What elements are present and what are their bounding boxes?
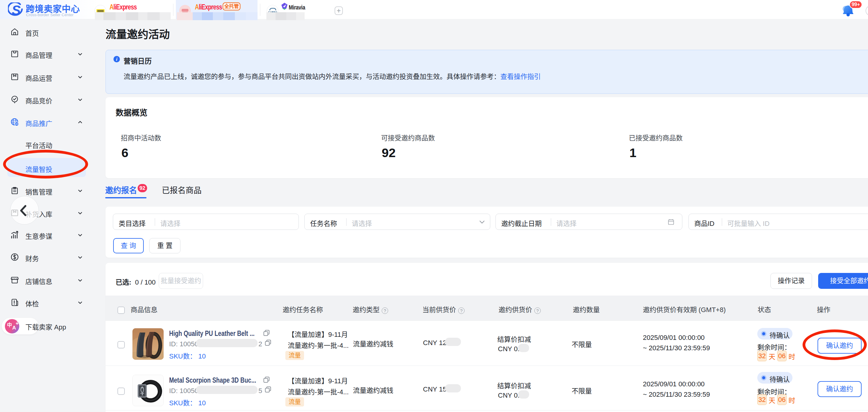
svg-text:AD: AD: [15, 123, 18, 125]
svg-text:S: S: [11, 3, 21, 18]
